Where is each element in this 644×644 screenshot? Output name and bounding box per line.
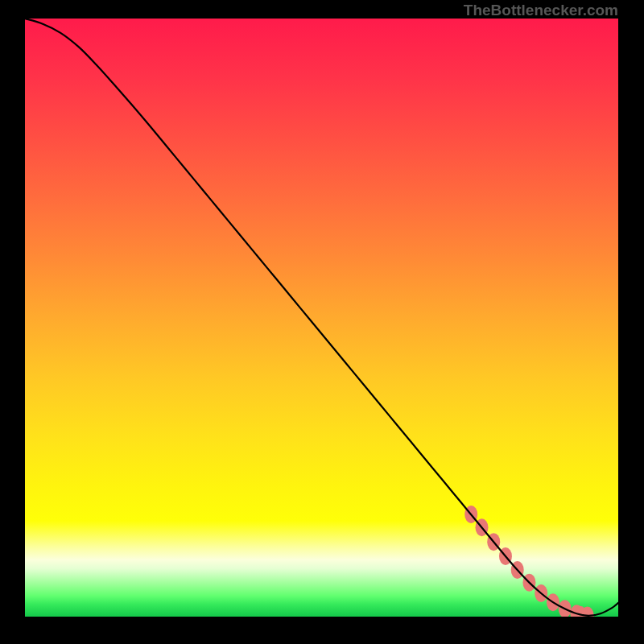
chart-frame xyxy=(25,19,618,617)
watermark-text: TheBottlenecker.com xyxy=(464,2,618,19)
gradient-background xyxy=(25,19,618,617)
bottleneck-chart xyxy=(25,19,618,617)
